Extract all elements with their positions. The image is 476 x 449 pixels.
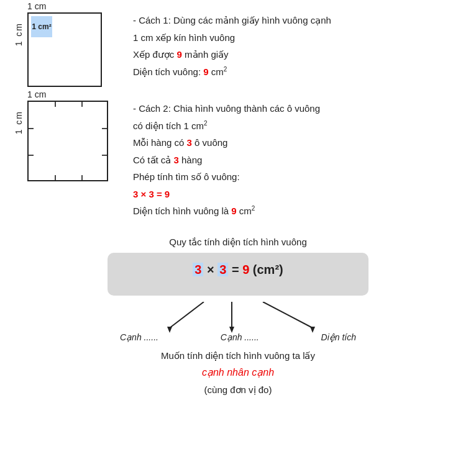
s2-line1: - Cách 2: Chia hình vuông thành các ô vu… — [133, 101, 464, 117]
formula-9: 9 — [242, 263, 249, 276]
tick-l1 — [29, 128, 34, 129]
text-col-2: - Cách 2: Chia hình vuông thành các ô vu… — [133, 98, 464, 220]
tick-b2 — [81, 175, 83, 180]
label-left-1: 1 cm — [14, 22, 24, 46]
formula-section: Quy tắc tính diện tích hình vuông 3 × 3 … — [12, 237, 464, 399]
s1-line4: Diện tích vuông: 9 cm2 — [133, 64, 464, 80]
svg-line-4 — [263, 302, 313, 328]
square-box-2 — [27, 101, 108, 181]
formula-expr: 3 × 3 = 9 (cm²) — [193, 263, 283, 276]
square-diagram-1: 1 cm 1 cm 1 cm² — [27, 12, 102, 87]
s2-line5: Phép tính tìm số ô vuông: — [133, 169, 464, 185]
s1-line1: - Cách 1: Dùng các mảnh giấy hình vuông … — [133, 12, 464, 29]
s1-line3: Xếp được 9 mảnh giấy — [133, 47, 464, 63]
tick-t1 — [55, 102, 56, 107]
arrow-labels: Cạnh ...... Cạnh ...... Diện tích — [108, 332, 368, 342]
formula-times1: × — [207, 263, 217, 276]
square-box-1: 1 cm² — [27, 12, 102, 87]
section-1: 1 cm 1 cm 1 cm² - Cách 1: Dùng các mảnh … — [12, 10, 464, 87]
s2-formula: 3 × 3 = 9 — [133, 186, 464, 202]
s2-red-9: 9 — [231, 206, 236, 216]
s1-red-9-2: 9 — [203, 66, 208, 77]
svg-line-0 — [170, 302, 204, 328]
note2: cạnh nhân cạnh — [161, 364, 315, 382]
rule-title: Quy tắc tính diện tích hình vuông — [169, 237, 306, 248]
note1: Muốn tính diện tích hình vuông ta lấy — [161, 347, 315, 364]
label-top-1: 1 cm — [27, 1, 46, 11]
formula-3-2: 3 — [217, 263, 228, 276]
arrow-label-canh1: Cạnh ...... — [120, 332, 158, 342]
arrows-area: Cạnh ...... Cạnh ...... Diện tích — [108, 302, 368, 342]
s2-red-3-1: 3 — [187, 137, 192, 148]
label-top-2: 1 cm — [27, 89, 46, 99]
diagram-col-2: 1 cm 1 cm — [12, 98, 118, 220]
note3: (cùng đơn vị đo) — [161, 381, 315, 398]
formula-box: 3 × 3 = 9 (cm²) — [108, 253, 368, 296]
s1-red-9-1: 9 — [177, 49, 182, 60]
label-left-2: 1 cm — [14, 111, 24, 134]
formula-3-1: 3 — [193, 263, 203, 276]
s1-line2: 1 cm xếp kín hình vuông — [133, 30, 464, 46]
s2-red-3-2: 3 — [174, 155, 179, 165]
arrow-label-dientich: Diện tích — [321, 332, 356, 342]
tick-r2 — [102, 155, 107, 156]
tick-t2 — [81, 102, 83, 107]
s2-line2: có diện tích 1 cm2 — [133, 118, 464, 134]
arrow-label-canh2: Cạnh ...... — [221, 332, 259, 342]
s2-line7: Diện tích hình vuông là 9 cm2 — [133, 203, 464, 219]
diagram-col-1: 1 cm 1 cm 1 cm² — [12, 10, 118, 87]
formula-eq: = — [232, 263, 242, 276]
main-content: 1 cm 1 cm 1 cm² - Cách 1: Dùng các mảnh … — [12, 10, 464, 403]
bottom-note: Muốn tính diện tích hình vuông ta lấy cạ… — [161, 347, 315, 399]
s2-line4: Có tất cả 3 hàng — [133, 152, 464, 168]
s2-line3: Mỗi hàng có 3 ô vuông — [133, 135, 464, 151]
cm2-label: 1 cm² — [31, 16, 52, 37]
square-diagram-2: 1 cm 1 cm — [27, 101, 108, 181]
s2-formula-text: 3 × 3 = 9 — [133, 189, 170, 199]
formula-unit: (cm²) — [253, 263, 283, 276]
tick-r1 — [102, 128, 107, 129]
tick-b1 — [55, 175, 56, 180]
text-col-1: - Cách 1: Dùng các mảnh giấy hình vuông … — [133, 10, 464, 87]
section-2: 1 cm 1 cm - Cách 2: — [12, 98, 464, 220]
tick-l2 — [29, 155, 34, 156]
